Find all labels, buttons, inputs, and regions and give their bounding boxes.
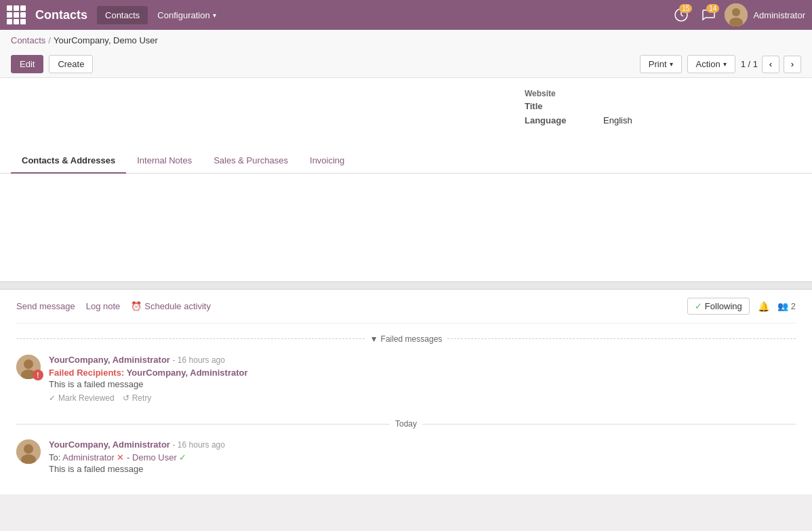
tab-contacts-addresses[interactable]: Contacts & Addresses — [11, 149, 126, 174]
apps-menu-icon[interactable] — [7, 5, 26, 24]
message-avatar: ! — [16, 355, 41, 379]
failed-label: Failed Recipients: YourCompany, Administ… — [49, 368, 796, 378]
avatar-image-2 — [16, 439, 41, 464]
main-content: Website Title Language English Contacts … — [0, 78, 812, 281]
followers-count[interactable]: 👥 2 — [777, 301, 796, 311]
prev-page-button[interactable]: ‹ — [762, 56, 779, 73]
message-body-2: YourCompany, Administrator - 16 hours ag… — [49, 439, 796, 478]
x-mark-icon: ✕ — [117, 452, 124, 463]
retry-button[interactable]: ↺ Retry — [123, 393, 152, 403]
action-caret-icon: ▾ — [723, 60, 727, 68]
tab-content — [0, 174, 812, 255]
following-button[interactable]: ✓ Following — [687, 298, 750, 315]
check-small-icon: ✓ — [49, 393, 56, 403]
nav-contacts[interactable]: Contacts — [97, 6, 148, 24]
tabs-bar: Contacts & Addresses Internal Notes Sale… — [0, 149, 812, 174]
message-time: - 16 hours ago — [173, 355, 225, 365]
chatter: Send message Log note ⏰ Schedule activit… — [0, 290, 812, 494]
mark-reviewed-button[interactable]: ✓ Mark Reviewed — [49, 393, 115, 403]
check-icon: ✓ — [695, 301, 702, 311]
nav-configuration[interactable]: Configuration ▾ — [149, 6, 224, 24]
admin-name[interactable]: Administrator — [753, 10, 805, 20]
language-row: Language English — [525, 115, 796, 125]
retry-icon: ↺ — [123, 393, 129, 403]
svg-line-2 — [681, 15, 683, 16]
chevron-icon: ▼ — [370, 334, 378, 344]
breadcrumb-parent[interactable]: Contacts — [11, 35, 45, 45]
chatter-right: ✓ Following 🔔 👥 2 — [687, 298, 796, 315]
nav-menu: Contacts Configuration ▾ — [97, 6, 665, 24]
message-item-2: YourCompany, Administrator - 16 hours ag… — [16, 434, 796, 484]
people-icon: 👥 — [777, 301, 788, 311]
failed-messages-header: ▼ Failed messages — [16, 334, 796, 344]
svg-point-10 — [24, 444, 33, 454]
pagination: 1 / 1 ‹ › — [741, 56, 801, 73]
pagination-text: 1 / 1 — [741, 59, 758, 69]
log-note-button[interactable]: Log note — [86, 301, 121, 311]
message-body: YourCompany, Administrator - 16 hours ag… — [49, 355, 796, 403]
clock-icon-button[interactable]: 15 — [670, 4, 692, 26]
tab-sales-purchases[interactable]: Sales & Purchases — [203, 149, 299, 174]
chevron-down-icon: ▾ — [213, 12, 216, 19]
to-line: To: Administrator ✕ - Demo User ✓ — [49, 452, 796, 463]
print-caret-icon: ▾ — [670, 60, 673, 68]
send-message-button[interactable]: Send message — [16, 301, 75, 311]
title-label: Title — [525, 101, 592, 111]
message-author[interactable]: YourCompany, Administrator — [49, 355, 170, 365]
tab-invoicing[interactable]: Invoicing — [299, 149, 355, 174]
svg-point-7 — [24, 359, 33, 369]
to-administrator[interactable]: Administrator — [62, 452, 115, 463]
check-mark-icon: ✓ — [179, 452, 186, 463]
language-value: English — [603, 115, 632, 125]
message-text-2: This is a failed message — [49, 464, 796, 474]
avatar-image — [725, 3, 748, 26]
toolbar: Edit Create Print ▾ Action ▾ 1 / 1 ‹ › — [0, 51, 812, 78]
edit-button[interactable]: Edit — [11, 55, 43, 73]
website-label: Website — [525, 89, 796, 98]
message-item: ! YourCompany, Administrator - 16 hours … — [16, 349, 796, 408]
language-label: Language — [525, 115, 592, 125]
message-text: This is a failed message — [49, 379, 796, 389]
bell-icon[interactable]: 🔔 — [758, 301, 769, 312]
avatar[interactable] — [725, 3, 748, 26]
failed-recipient[interactable]: YourCompany, Administrator — [127, 368, 248, 378]
message-avatar-2 — [16, 439, 41, 464]
failed-messages-toggle[interactable]: ▼ Failed messages — [370, 334, 443, 344]
title-row: Title — [525, 101, 796, 111]
clock-small-icon: ⏰ — [131, 301, 142, 311]
chat-icon-button[interactable]: 14 — [697, 4, 719, 26]
clock-badge: 15 — [679, 4, 692, 13]
error-badge: ! — [33, 370, 43, 380]
message-author-2[interactable]: YourCompany, Administrator — [49, 439, 170, 450]
message-actions: ✓ Mark Reviewed ↺ Retry — [49, 393, 796, 403]
print-button[interactable]: Print ▾ — [640, 55, 682, 73]
breadcrumb-separator: / — [48, 35, 51, 45]
form-section: Website Title Language English — [0, 78, 812, 149]
breadcrumb-current: YourCompany, Demo User — [54, 35, 158, 45]
svg-point-4 — [732, 8, 740, 16]
next-page-button[interactable]: › — [784, 56, 801, 73]
navbar-right: 15 14 Administrator — [670, 3, 805, 26]
breadcrumb: Contacts / YourCompany, Demo User — [0, 30, 812, 51]
chatter-actions-bar: Send message Log note ⏰ Schedule activit… — [16, 290, 796, 323]
section-divider — [0, 281, 812, 290]
tab-internal-notes[interactable]: Internal Notes — [126, 149, 203, 174]
today-divider: Today — [16, 419, 796, 429]
message-time-2: - 16 hours ago — [173, 440, 225, 450]
navbar: Contacts Contacts Configuration ▾ 15 14 — [0, 0, 812, 30]
brand-name: Contacts — [35, 8, 87, 22]
chat-badge: 14 — [706, 4, 719, 13]
to-demouser[interactable]: Demo User — [132, 452, 177, 463]
action-button[interactable]: Action ▾ — [687, 55, 735, 73]
create-button[interactable]: Create — [49, 55, 93, 73]
schedule-activity-button[interactable]: ⏰ Schedule activity — [131, 301, 211, 311]
